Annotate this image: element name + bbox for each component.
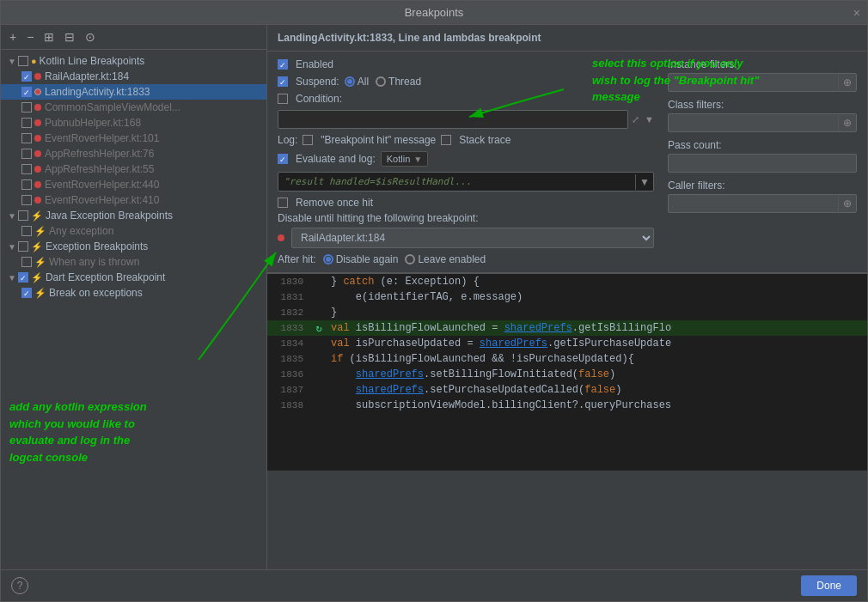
when-any-label: When any is thrown: [49, 256, 139, 268]
rail-label: RailAdapter.kt:184: [45, 70, 129, 82]
suspend-checkbox[interactable]: [278, 76, 288, 87]
group-dart-exception[interactable]: ▼ ⚡ Dart Exception Breakpoint: [1, 270, 266, 285]
er410-cb[interactable]: [21, 195, 32, 205]
line-num: 1830: [267, 277, 310, 287]
pass-count-wrap: [668, 154, 857, 173]
bp-dropdown[interactable]: RailAdapter.kt:184: [291, 228, 654, 248]
kotlin-select[interactable]: Kotlin ▼: [381, 151, 428, 167]
line-num: 1837: [267, 385, 310, 395]
group-checkbox[interactable]: [18, 56, 28, 66]
view1-button[interactable]: ⊞: [40, 28, 58, 46]
instance-filter-label: Instance filters:: [668, 58, 857, 70]
landing-cb[interactable]: [21, 87, 32, 97]
lightning-icon: ⚡: [34, 288, 46, 299]
bp-event-rover-410[interactable]: EventRoverHelper.kt:410: [1, 192, 266, 208]
line-num: 1832: [267, 307, 310, 318]
kotlin-icon: ●: [31, 56, 37, 66]
bp-when-any-thrown[interactable]: ⚡ When any is thrown: [1, 254, 266, 270]
radio-disable-again[interactable]: Disable again: [323, 253, 399, 265]
class-filter-btn[interactable]: ⊕: [838, 115, 856, 131]
bp-rail-adapter[interactable]: RailAdapter.kt:184: [1, 69, 266, 84]
bp-app-refresh-76[interactable]: AppRefreshHelper.kt:76: [1, 146, 266, 161]
dialog-title: Breakpoints: [405, 6, 464, 19]
bp-select-row: RailAdapter.kt:184: [278, 228, 654, 248]
ar76-cb[interactable]: [21, 149, 32, 159]
evaluate-checkbox[interactable]: [278, 154, 288, 164]
rail-cb[interactable]: [21, 71, 32, 82]
exc-group-cb[interactable]: [18, 241, 28, 252]
class-filter-input[interactable]: [669, 114, 838, 131]
ar55-cb[interactable]: [21, 164, 32, 174]
close-button[interactable]: ×: [853, 6, 860, 20]
dart-group-cb[interactable]: [18, 272, 28, 283]
radio-leave-enabled[interactable]: Leave enabled: [405, 253, 486, 265]
radio-thread[interactable]: Thread: [376, 76, 421, 88]
bp-event-rover-440[interactable]: EventRoverHelper.kt:440: [1, 177, 266, 192]
pubnub-cb[interactable]: [21, 118, 32, 128]
common-cb[interactable]: [21, 102, 32, 112]
any-exc-cb[interactable]: [21, 226, 32, 236]
line-num: 1833: [267, 323, 310, 333]
kotlin-dropdown-arrow[interactable]: ▼: [413, 155, 422, 164]
group-kotlin-line[interactable]: ▼ ● Kotlin Line Breakpoints: [1, 53, 266, 69]
er410-label: EventRoverHelper.kt:410: [45, 194, 159, 206]
radio-all[interactable]: All: [345, 76, 369, 88]
group-java-exception[interactable]: ▼ ⚡ Java Exception Breakpoints: [1, 208, 266, 223]
bp-common-sample[interactable]: CommonSampleViewModel...: [1, 100, 266, 115]
bp-break-on-exceptions[interactable]: ⚡ Break on exceptions: [1, 285, 266, 301]
bp-event-rover-101[interactable]: EventRoverHelper.kt:101: [1, 131, 266, 146]
evaluate-input[interactable]: [278, 173, 635, 191]
caller-filter-btn[interactable]: ⊕: [838, 196, 856, 211]
line-content: val isBillingFlowLaunched = sharedPrefs.…: [327, 322, 867, 334]
any-exc-label: Any exception: [49, 225, 113, 237]
condition-menu[interactable]: ▼: [645, 114, 654, 125]
view2-button[interactable]: ⊟: [61, 28, 78, 46]
line-content: val isPurchaseUpdated = sharedPrefs.getI…: [327, 337, 867, 350]
bp-landing-activity[interactable]: LandingActivity.kt:1833: [1, 84, 266, 100]
line-num: 1834: [267, 338, 310, 349]
instance-filter-btn[interactable]: ⊕: [838, 75, 856, 90]
stack-trace-checkbox[interactable]: [441, 135, 451, 145]
condition-input[interactable]: [278, 110, 628, 129]
bp-any-exception[interactable]: ⚡ Any exception: [1, 223, 266, 239]
er440-cb[interactable]: [21, 179, 32, 190]
help-button[interactable]: ?: [11, 577, 28, 594]
code-line-1838: 1838 subscriptionViewModel.billingClient…: [267, 398, 867, 413]
break-exc-label: Break on exceptions: [49, 287, 143, 299]
group-exception[interactable]: ▼ ⚡ Exception Breakpoints: [1, 239, 266, 254]
remove-once-checkbox[interactable]: [278, 198, 288, 208]
dart-group-label: Dart Exception Breakpoint: [46, 271, 165, 283]
add-button[interactable]: +: [6, 28, 20, 46]
line-content: } catch (e: Exception) {: [327, 276, 867, 288]
er101-cb[interactable]: [21, 133, 32, 143]
instance-filter-input[interactable]: [669, 74, 838, 91]
when-any-cb[interactable]: [21, 257, 32, 267]
break-exc-cb[interactable]: [21, 288, 32, 298]
done-button[interactable]: Done: [801, 575, 857, 596]
er440-label: EventRoverHelper.kt:440: [45, 179, 159, 191]
lightning-icon: ⚡: [31, 241, 43, 252]
er101-label: EventRoverHelper.kt:101: [45, 132, 159, 144]
enabled-checkbox[interactable]: [278, 59, 288, 70]
condition-checkbox[interactable]: [278, 94, 288, 104]
line-num: 1838: [267, 400, 310, 410]
red-dot: [34, 104, 41, 111]
view3-button[interactable]: ⊙: [82, 28, 99, 46]
bp-header: LandingActivity.kt:1833, Line and lambda…: [267, 25, 867, 52]
remove-button[interactable]: −: [23, 28, 37, 46]
bp-pubnub[interactable]: PubnubHelper.kt:168: [1, 115, 266, 131]
radio-thread-label: Thread: [388, 76, 421, 88]
evaluate-arrow[interactable]: ▼: [635, 174, 653, 190]
rail-dot: [278, 234, 284, 241]
suspend-label: Suspend:: [296, 76, 339, 88]
bp-app-refresh-55[interactable]: AppRefreshHelper.kt:55: [1, 161, 266, 177]
line-content: subscriptionViewModel.billingClient?.que…: [327, 399, 867, 411]
java-group-cb[interactable]: [18, 210, 28, 221]
code-line-1836: 1836 sharedPrefs.setBillingFlowInitiated…: [267, 367, 867, 382]
leave-enabled-circle: [405, 254, 415, 265]
pass-count-input[interactable]: [669, 155, 856, 172]
caller-filter-input[interactable]: [669, 195, 838, 212]
bp-hit-checkbox[interactable]: [303, 135, 313, 145]
stack-trace-label: Stack trace: [459, 134, 510, 146]
condition-expand[interactable]: ⤢: [632, 114, 639, 125]
